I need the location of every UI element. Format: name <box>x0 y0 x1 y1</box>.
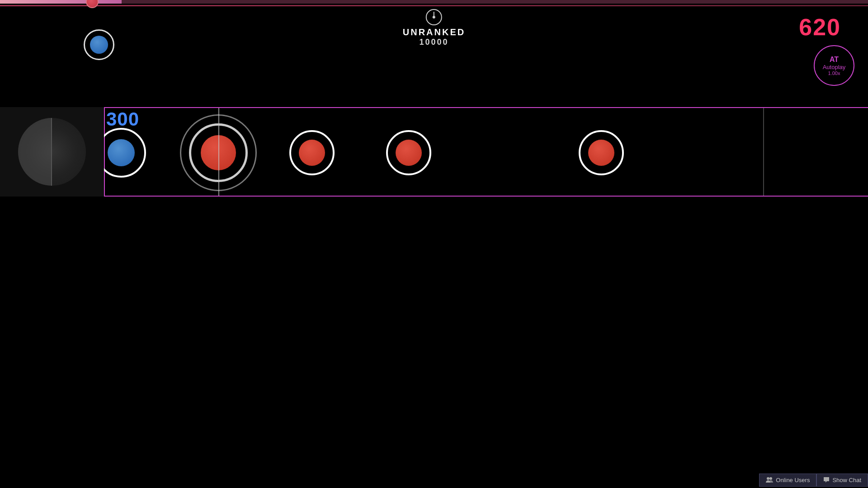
drum-circle-outer <box>18 118 86 186</box>
autoplay-speed: 1.00x <box>828 70 840 76</box>
hit-circle-5 <box>579 130 624 175</box>
drum-panel <box>0 107 104 197</box>
drum-left-half <box>18 118 52 186</box>
song-subtitle: 10000 <box>403 38 465 47</box>
svg-point-1 <box>769 477 772 480</box>
autoplay-label: Autoplay <box>823 64 846 70</box>
song-title: UNRANKED <box>403 27 465 38</box>
playfield-right-boundary <box>763 108 764 196</box>
timer-dot <box>433 16 435 19</box>
score-popup: 300 <box>106 108 139 130</box>
floating-note-inner <box>90 36 108 54</box>
floating-note <box>84 29 114 60</box>
health-indicator <box>86 0 99 8</box>
autoplay-badge: AT <box>830 56 839 64</box>
top-decorative-line <box>0 5 868 6</box>
svg-point-0 <box>767 477 769 480</box>
note-1-inner <box>108 139 135 166</box>
online-users-button[interactable]: Online Users <box>759 474 816 487</box>
progress-bar-fill <box>0 0 122 4</box>
chat-icon <box>823 477 830 483</box>
song-info: UNRANKED 10000 <box>403 9 465 47</box>
note-3-inner <box>299 140 325 166</box>
progress-bar-container <box>0 0 868 4</box>
drum-circle <box>18 118 86 186</box>
note-5-inner <box>588 140 614 166</box>
score-display: 620 <box>799 14 841 41</box>
judgment-line <box>218 108 219 196</box>
note-4-inner <box>396 140 422 166</box>
users-icon <box>766 477 773 483</box>
timer-circle <box>426 9 442 25</box>
hit-circle-4 <box>386 130 431 175</box>
show-chat-button[interactable]: Show Chat <box>816 474 868 487</box>
online-users-label: Online Users <box>776 477 810 483</box>
autoplay-indicator: AT Autoplay 1.00x <box>814 45 854 86</box>
hit-circle-3 <box>289 130 335 175</box>
bottom-bar: Online Users Show Chat <box>759 472 868 488</box>
show-chat-label: Show Chat <box>832 477 861 483</box>
